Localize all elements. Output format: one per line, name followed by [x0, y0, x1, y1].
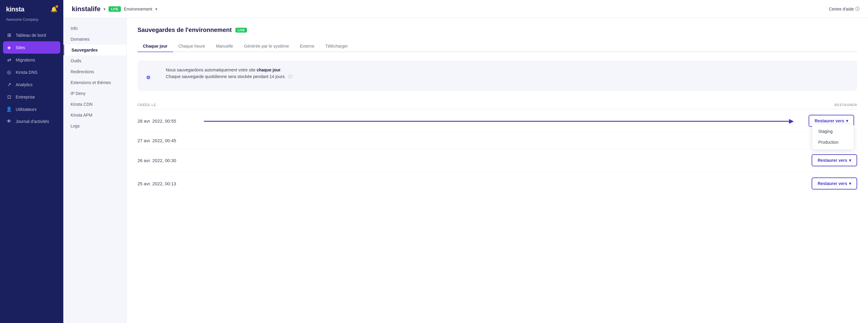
- company-name: Awesome Company: [0, 18, 63, 27]
- sites-icon: ◈: [6, 44, 12, 50]
- tab-chaque-heure[interactable]: Chaque heure: [173, 41, 211, 52]
- tab-telecharger[interactable]: Télécharger: [320, 41, 353, 52]
- tab-manuelle[interactable]: Manuelle: [211, 41, 239, 52]
- topbar-left: kinstalife ▾ LIVE Environnement ▾: [72, 5, 157, 13]
- live-badge-top: LIVE: [108, 6, 121, 12]
- env-dropdown-button[interactable]: ▾: [155, 7, 157, 11]
- sub-nav-sauvegardes[interactable]: Sauvegardes: [63, 44, 126, 56]
- sidebar-item-label: Utilisateurs: [16, 107, 36, 112]
- help-link[interactable]: Centre d'aide ⓘ: [829, 6, 860, 12]
- sidebar-item-kinsta-dns[interactable]: ◎ Kinsta DNS: [0, 66, 63, 78]
- dropdown-item-staging[interactable]: Staging: [812, 126, 854, 137]
- arrow-shaft: [204, 121, 789, 122]
- dns-icon: ◎: [6, 69, 12, 75]
- sub-nav-outils[interactable]: Outils: [63, 56, 126, 66]
- sidebar-nav: ⊞ Tableau de bord ◈ Sites ⇄ Migrations ◎…: [0, 27, 63, 323]
- table-row: 26 avr. 2022, 00:30 Restaurer vers ▾: [137, 149, 857, 172]
- chevron-down-icon: ▾: [849, 181, 851, 186]
- info-text: Nous sauvegardons automatiquement votre …: [166, 67, 292, 80]
- sidebar-item-label: Migrations: [16, 58, 35, 62]
- help-label: Centre d'aide: [829, 7, 854, 11]
- info-text-2: .: [281, 67, 282, 72]
- sub-nav-extensions[interactable]: Extensions et thèmes: [63, 77, 126, 88]
- main-wrapper: kinstalife ▾ LIVE Environnement ▾ Centre…: [63, 0, 868, 323]
- content-area: Info Domaines Sauvegardes Outils Redirec…: [63, 18, 868, 323]
- info-text-1: Nous sauvegardons automatiquement votre …: [166, 67, 256, 72]
- sidebar-item-label: Analytics: [16, 82, 33, 87]
- sub-nav-logs[interactable]: Logs: [63, 121, 126, 131]
- chevron-down-icon: ▾: [846, 119, 848, 123]
- tab-chaque-jour[interactable]: Chaque jour: [137, 41, 173, 52]
- sidebar-item-journal[interactable]: 👁 Journal d'activités: [0, 116, 63, 127]
- page-title: Sauvegardes de l'environnement: [137, 27, 232, 33]
- notification-bell[interactable]: 🔔: [51, 6, 57, 13]
- sidebar: kinsta 🔔 Awesome Company ⊞ Tableau de bo…: [0, 0, 63, 323]
- restore-container: Restaurer vers ▾ Staging Production: [809, 115, 854, 127]
- restore-btn-label: Restaurer vers: [818, 181, 847, 186]
- info-text-3: Chaque sauvegarde quotidienne sera stock…: [166, 74, 286, 79]
- sidebar-item-label: Kinsta DNS: [16, 70, 37, 75]
- site-name: kinstalife: [72, 5, 100, 13]
- info-help-icon: ⓘ: [288, 74, 292, 79]
- live-badge-small: LIVE: [236, 28, 247, 33]
- migrations-icon: ⇄: [6, 57, 12, 63]
- sidebar-item-utilisateurs[interactable]: 👤 Utilisateurs: [0, 103, 63, 116]
- svg-point-4: [148, 76, 149, 78]
- help-icon: ⓘ: [855, 6, 860, 12]
- sub-nav-kinsta-cdn[interactable]: Kinsta CDN: [63, 99, 126, 110]
- sidebar-item-label: Entreprise: [16, 95, 35, 99]
- row-date: 25 avr. 2022, 00:13: [137, 181, 176, 186]
- arrow-line: [204, 121, 794, 122]
- restore-btn-label: Restaurer vers: [815, 119, 844, 123]
- restore-button-3[interactable]: Restaurer vers ▾: [812, 154, 857, 166]
- sidebar-header: kinsta 🔔: [0, 0, 63, 18]
- page-header: Sauvegardes de l'environnement LIVE: [137, 27, 857, 33]
- sub-sidebar: Info Domaines Sauvegardes Outils Redirec…: [63, 18, 127, 323]
- col-restore: RESTAURER: [834, 103, 857, 107]
- env-label: Environnement: [124, 7, 152, 11]
- chevron-down-icon: ▾: [849, 158, 851, 163]
- topbar: kinstalife ▾ LIVE Environnement ▾ Centre…: [63, 0, 868, 18]
- row-date: 26 avr. 2022, 00:30: [137, 158, 176, 163]
- tabs: Chaque jour Chaque heure Manuelle Généré…: [137, 41, 857, 52]
- col-created: CRÉÉE LE: [137, 103, 156, 107]
- page-content: Sauvegardes de l'environnement LIVE Chaq…: [127, 18, 868, 323]
- arrow-head: [789, 119, 794, 124]
- sub-nav-domaines[interactable]: Domaines: [63, 34, 126, 44]
- restore-button-4[interactable]: Restaurer vers ▾: [812, 177, 857, 190]
- users-icon: 👤: [6, 106, 12, 112]
- analytics-icon: ↗: [6, 82, 12, 87]
- entreprise-icon: ⊡: [6, 94, 12, 100]
- site-dropdown-button[interactable]: ▾: [103, 7, 105, 11]
- table-row: 27 avr. 2022, 00:45: [137, 133, 857, 149]
- table-row: 25 avr. 2022, 00:13 Restaurer vers ▾: [137, 172, 857, 195]
- info-text-bold: chaque jour: [256, 67, 280, 72]
- tab-externe[interactable]: Externe: [294, 41, 320, 52]
- kinsta-logo: kinsta: [6, 5, 24, 13]
- backup-icon: [145, 67, 160, 85]
- restore-btn-label: Restaurer vers: [818, 158, 847, 163]
- info-box: Nous sauvegardons automatiquement votre …: [137, 61, 857, 91]
- sidebar-item-analytics[interactable]: ↗ Analytics: [0, 78, 63, 91]
- sub-nav-kinsta-apm[interactable]: Kinsta APM: [63, 110, 126, 121]
- sidebar-item-tableau[interactable]: ⊞ Tableau de bord: [0, 29, 63, 41]
- dropdown-menu: Staging Production: [812, 124, 854, 150]
- sub-nav-info[interactable]: Info: [63, 23, 126, 34]
- table-row: 28 avr. 2022, 00:55 Restaurer vers ▾ Sta…: [137, 109, 857, 133]
- row-date: 28 avr. 2022, 00:55: [137, 119, 176, 124]
- sub-nav-ip-deny[interactable]: IP Deny: [63, 88, 126, 99]
- row-date: 27 avr. 2022, 00:45: [137, 138, 176, 143]
- sidebar-item-sites[interactable]: ◈ Sites: [3, 41, 60, 54]
- tab-generee[interactable]: Générée par le système: [239, 41, 294, 52]
- notification-badge: [56, 5, 58, 8]
- table-header: CRÉÉE LE RESTAURER: [137, 101, 857, 109]
- sidebar-item-migrations[interactable]: ⇄ Migrations: [0, 54, 63, 66]
- sidebar-item-entreprise[interactable]: ⊡ Entreprise: [0, 91, 63, 103]
- sub-nav-redirections[interactable]: Redirections: [63, 66, 126, 77]
- sidebar-item-label: Sites: [16, 45, 25, 50]
- sidebar-item-label: Journal d'activités: [16, 119, 49, 124]
- dropdown-item-production[interactable]: Production: [812, 137, 854, 148]
- journal-icon: 👁: [6, 119, 12, 124]
- dashboard-icon: ⊞: [6, 32, 12, 38]
- sidebar-item-label: Tableau de bord: [16, 33, 46, 38]
